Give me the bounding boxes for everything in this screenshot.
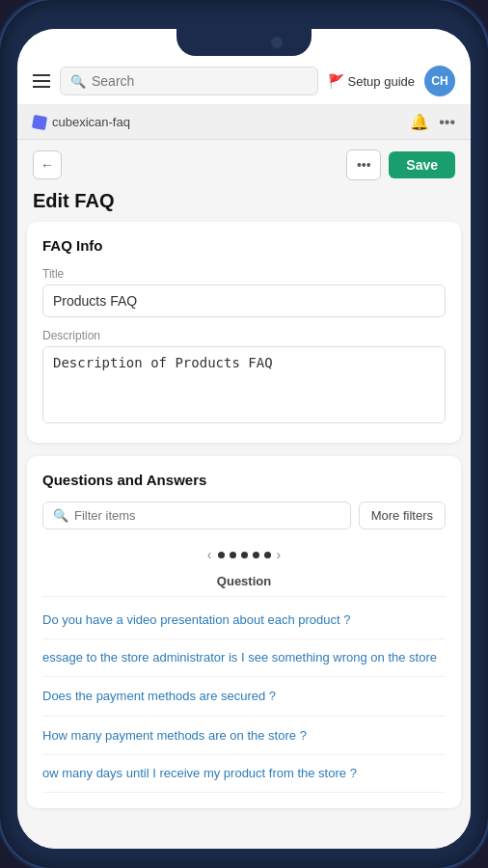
front-camera — [271, 37, 283, 48]
breadcrumb-right: 🔔 ••• — [410, 113, 455, 131]
breadcrumb-left: cubexican-faq — [33, 115, 130, 129]
qa-card: Questions and Answers 🔍 More filters ‹ — [27, 456, 461, 808]
faq-info-card-title: FAQ Info — [42, 237, 446, 254]
description-textarea[interactable]: Description of Products FAQ — [42, 346, 446, 423]
breadcrumb-bar: cubexican-faq 🔔 ••• — [17, 105, 471, 140]
description-label: Description — [42, 329, 446, 342]
search-icon: 🔍 — [70, 74, 86, 89]
qa-item-link[interactable]: How many payment methods are on the stor… — [42, 728, 307, 743]
toolbar-right: ••• Save — [346, 149, 455, 180]
more-filters-button[interactable]: More filters — [359, 502, 446, 529]
save-button[interactable]: Save — [389, 151, 455, 178]
search-input[interactable] — [92, 73, 308, 89]
page-dot-3 — [241, 552, 248, 558]
phone-screen: 🔍 🚩 Setup guide CH cubexican-faq 🔔 ••• — [17, 29, 471, 849]
qa-filter-row: 🔍 More filters — [42, 502, 446, 529]
nav-bar: 🔍 🚩 Setup guide CH — [17, 58, 471, 105]
page-dot-2 — [230, 552, 236, 558]
faq-info-card: FAQ Info Title Description Description o… — [27, 222, 461, 443]
content-area: ← ••• Save Edit FAQ FAQ Info Title Descr… — [17, 140, 471, 849]
breadcrumb-app-name: cubexican-faq — [52, 115, 130, 129]
breadcrumb-more-icon[interactable]: ••• — [439, 114, 455, 131]
bell-icon[interactable]: 🔔 — [410, 113, 429, 131]
list-item[interactable]: ow many days until I receive my product … — [42, 755, 446, 793]
app-cube-icon — [32, 114, 47, 129]
phone-frame: 🔍 🚩 Setup guide CH cubexican-faq 🔔 ••• — [0, 0, 488, 868]
filter-search-icon: 🔍 — [53, 508, 68, 523]
page-dots — [218, 552, 271, 558]
page-dot-4 — [253, 552, 259, 558]
list-item[interactable]: essage to the store administrator is I s… — [42, 639, 446, 677]
page-title: Edit FAQ — [17, 190, 471, 222]
qa-item-link[interactable]: essage to the store administrator is I s… — [42, 649, 446, 666]
list-item[interactable]: How many payment methods are on the stor… — [42, 717, 446, 755]
filter-input[interactable] — [74, 508, 340, 523]
page-dot-1 — [218, 552, 225, 558]
back-button[interactable]: ← — [33, 150, 62, 179]
question-column-header: Question — [42, 568, 446, 597]
next-page-arrow[interactable]: › — [277, 547, 282, 562]
page-dot-5 — [264, 552, 271, 558]
list-item[interactable]: Do you have a video presentation about e… — [42, 601, 446, 639]
qa-card-title: Questions and Answers — [42, 472, 446, 488]
avatar[interactable]: CH — [424, 66, 455, 96]
hamburger-menu-icon[interactable] — [33, 74, 50, 88]
page-toolbar: ← ••• Save — [17, 140, 471, 190]
title-label: Title — [42, 267, 446, 281]
qa-item-link[interactable]: ow many days until I receive my product … — [42, 765, 446, 782]
title-input[interactable] — [42, 285, 446, 317]
notch — [176, 29, 312, 56]
filter-search-bar[interactable]: 🔍 — [42, 502, 351, 529]
flag-icon: 🚩 — [328, 73, 344, 89]
list-item[interactable]: Does the payment methods are secured ? — [42, 677, 446, 716]
prev-page-arrow[interactable]: ‹ — [207, 547, 212, 562]
setup-guide-button[interactable]: 🚩 Setup guide — [328, 73, 415, 89]
qa-item-link[interactable]: Does the payment methods are secured ? — [42, 689, 276, 703]
pagination-row: ‹ › — [42, 541, 446, 568]
global-search-bar[interactable]: 🔍 — [60, 67, 318, 95]
setup-guide-label: Setup guide — [348, 74, 415, 89]
qa-item-link[interactable]: Do you have a video presentation about e… — [42, 612, 350, 627]
more-options-button[interactable]: ••• — [346, 149, 381, 180]
